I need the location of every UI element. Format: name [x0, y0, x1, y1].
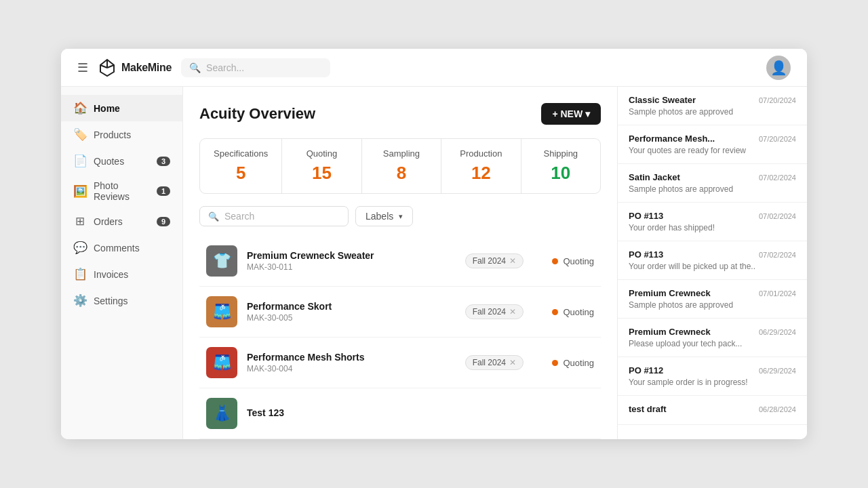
stat-card-specifications[interactable]: Specifications 5 [200, 139, 282, 193]
sidebar-item-quotes[interactable]: 📄 Quotes 3 [61, 148, 182, 174]
stat-label: Quoting [296, 148, 347, 159]
status-dot [552, 360, 558, 366]
sidebar-item-photo-reviews[interactable]: 🖼️ Photo Reviews 1 [61, 174, 182, 208]
notification-date: 06/29/2024 [759, 328, 796, 336]
sidebar-item-label: Orders [94, 216, 123, 227]
table-row[interactable]: 👕 Premium Crewneck Sweater MAK-30-011 Fa… [199, 236, 601, 287]
sidebar-item-settings[interactable]: ⚙️ Settings [61, 287, 182, 314]
product-name: Performance Skort [247, 301, 456, 312]
notification-desc: Sample photos are approved [629, 300, 796, 310]
product-thumbnail: 👕 [206, 245, 237, 277]
notification-date: 06/28/2024 [759, 405, 796, 413]
products-icon: 🏷️ [73, 127, 87, 142]
brand: MakeMine [98, 58, 172, 77]
content-area: Acuity Overview + NEW ▾ Specifications 5… [183, 87, 807, 439]
app-window: ☰ MakeMine 🔍 👤 🏠 Home [61, 49, 807, 439]
avatar[interactable]: 👤 [766, 56, 791, 80]
stat-card-production[interactable]: Production 12 [441, 139, 521, 193]
new-button[interactable]: + NEW ▾ [541, 103, 601, 125]
tag-remove-icon[interactable]: ✕ [509, 256, 516, 266]
stat-card-quoting[interactable]: Quoting 15 [282, 139, 361, 193]
stat-label: Specifications [214, 148, 268, 159]
sidebar-item-label: Photo Reviews [94, 180, 150, 202]
notification-date: 07/02/2024 [759, 174, 796, 182]
chevron-down-icon: ▾ [399, 212, 403, 221]
stat-value: 10 [535, 163, 587, 184]
status-dot [552, 258, 558, 264]
notification-date: 06/29/2024 [759, 367, 796, 375]
product-thumbnail: 🩳 [206, 347, 237, 378]
sidebar: 🏠 Home 🏷️ Products 📄 Quotes 3 🖼️ Photo R… [61, 87, 183, 439]
home-icon: 🏠 [73, 101, 87, 115]
product-name: Premium Crewneck Sweater [247, 250, 456, 261]
list-item[interactable]: Premium Crewneck 06/29/2024 Please uploa… [618, 319, 807, 357]
notification-title: PO #113 [629, 249, 663, 260]
product-name: Performance Mesh Shorts [247, 352, 456, 363]
product-sku: MAK-30-005 [247, 313, 456, 323]
product-tag[interactable]: Fall 2024 ✕ [465, 355, 524, 370]
notification-desc: Your order will be picked up at the.. [629, 262, 796, 271]
notification-title: Premium Crewneck [629, 327, 711, 337]
sidebar-badge-quotes: 3 [157, 157, 170, 166]
notification-date: 07/20/2024 [759, 135, 796, 143]
sidebar-item-label: Comments [94, 243, 140, 253]
global-search-input[interactable] [206, 62, 322, 73]
stats-row: Specifications 5 Quoting 15 Sampling 8 P… [199, 138, 601, 194]
list-item[interactable]: PO #113 07/02/2024 Your order has shippe… [618, 203, 807, 241]
list-item[interactable]: Performance Mesh... 07/20/2024 Your quot… [618, 125, 807, 164]
notification-date: 07/01/2024 [759, 289, 796, 298]
sidebar-item-label: Settings [94, 296, 128, 306]
table-row[interactable]: 👗 Test 123 [199, 388, 601, 439]
notification-title: Classic Sweater [629, 95, 696, 105]
product-info: Premium Crewneck Sweater MAK-30-011 [247, 250, 456, 272]
notification-header: Classic Sweater 07/20/2024 [629, 95, 796, 105]
page-title: Acuity Overview [199, 105, 315, 123]
notification-desc: Your order has shipped! [629, 223, 796, 232]
product-info: Performance Skort MAK-30-005 [247, 301, 456, 323]
list-item[interactable]: PO #112 06/29/2024 Your sample order is … [618, 357, 807, 396]
product-search-bar[interactable]: 🔍 [199, 206, 349, 226]
search-filter-icon: 🔍 [208, 211, 219, 222]
tag-remove-icon[interactable]: ✕ [509, 307, 516, 317]
global-search-bar[interactable]: 🔍 [181, 58, 330, 77]
product-tag[interactable]: Fall 2024 ✕ [465, 304, 524, 319]
list-item[interactable]: test draft 06/28/2024 [618, 396, 807, 425]
stat-card-sampling[interactable]: Sampling 8 [362, 139, 441, 193]
stat-card-shipping[interactable]: Shipping 10 [521, 139, 600, 193]
stat-value: 5 [214, 163, 268, 184]
svg-line-3 [107, 65, 114, 68]
svg-line-2 [100, 65, 107, 68]
notification-header: Premium Crewneck 07/01/2024 [629, 288, 796, 298]
list-item[interactable]: Satin Jacket 07/02/2024 Sample photos ar… [618, 164, 807, 203]
notification-date: 07/20/2024 [759, 96, 796, 104]
list-item[interactable]: Premium Crewneck 07/01/2024 Sample photo… [618, 280, 807, 319]
table-row[interactable]: 🩳 Performance Mesh Shorts MAK-30-004 Fal… [199, 338, 601, 388]
product-thumbnail: 🩳 [206, 296, 237, 327]
product-tag[interactable]: Fall 2024 ✕ [465, 253, 524, 268]
sidebar-item-comments[interactable]: 💬 Comments [61, 235, 182, 261]
sidebar-item-home[interactable]: 🏠 Home [61, 95, 182, 121]
tag-remove-icon[interactable]: ✕ [509, 358, 516, 367]
sidebar-item-products[interactable]: 🏷️ Products [61, 121, 182, 148]
labels-filter[interactable]: Labels ▾ [355, 206, 413, 226]
stat-label: Shipping [535, 148, 587, 159]
notification-title: Satin Jacket [629, 172, 680, 182]
list-item[interactable]: Classic Sweater 07/20/2024 Sample photos… [618, 87, 807, 125]
notification-date: 07/02/2024 [759, 212, 796, 220]
list-item[interactable]: PO #113 07/02/2024 Your order will be pi… [618, 241, 807, 280]
sidebar-item-invoices[interactable]: 📋 Invoices [61, 261, 182, 287]
product-sku: MAK-30-004 [247, 364, 456, 373]
sidebar-badge-orders: 9 [157, 217, 170, 226]
quotes-icon: 📄 [73, 154, 87, 168]
table-row[interactable]: 🩳 Performance Skort MAK-30-005 Fall 2024… [199, 287, 601, 338]
product-search-input[interactable] [224, 211, 340, 222]
sidebar-item-orders[interactable]: ⊞ Orders 9 [61, 208, 182, 235]
product-sku: MAK-30-011 [247, 262, 456, 272]
notification-header: test draft 06/28/2024 [629, 404, 796, 414]
stat-label: Production [455, 148, 507, 159]
hamburger-icon[interactable]: ☰ [77, 60, 88, 75]
status-dot [552, 309, 558, 315]
notification-header: PO #113 07/02/2024 [629, 211, 796, 221]
stat-label: Sampling [376, 148, 427, 159]
stat-value: 8 [376, 163, 427, 184]
